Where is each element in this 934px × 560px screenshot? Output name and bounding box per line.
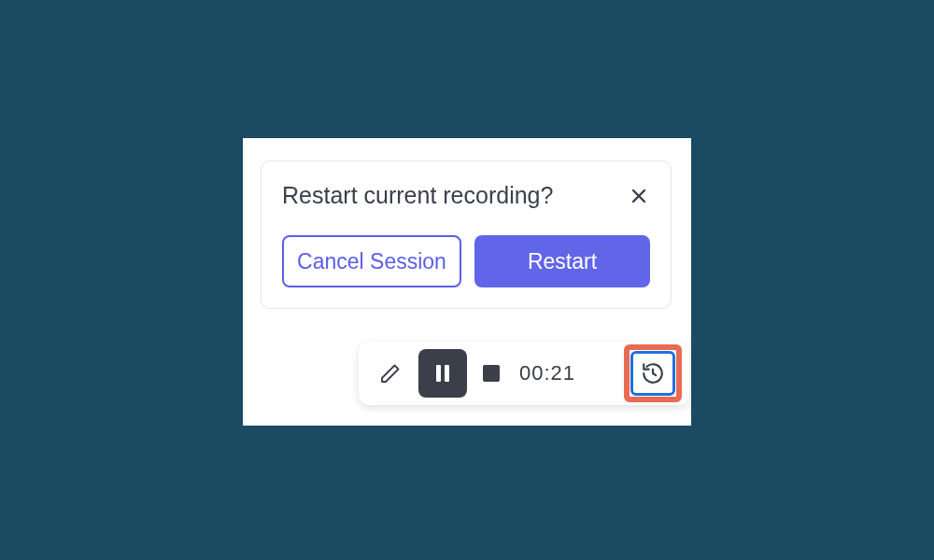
- pencil-icon[interactable]: [372, 355, 409, 392]
- close-icon[interactable]: [628, 185, 650, 207]
- stop-icon: [483, 365, 500, 382]
- callout-highlight: [624, 344, 682, 402]
- dialog-actions: Cancel Session Restart: [282, 235, 650, 287]
- recording-timer: 00:21: [519, 361, 575, 385]
- history-icon: [641, 361, 665, 385]
- restart-recording-button[interactable]: [630, 351, 675, 396]
- svg-line-5: [653, 373, 656, 375]
- popup-panel: Restart current recording? Cancel Sessio…: [243, 138, 691, 426]
- cancel-session-button[interactable]: Cancel Session: [282, 235, 461, 287]
- dialog-title: Restart current recording?: [282, 182, 553, 209]
- svg-rect-3: [445, 365, 449, 382]
- pause-button[interactable]: [418, 349, 467, 398]
- recording-toolbar: 00:21: [359, 342, 689, 405]
- restart-button[interactable]: Restart: [474, 235, 650, 287]
- dialog-header: Restart current recording?: [282, 182, 650, 209]
- svg-rect-2: [436, 365, 441, 382]
- restart-confirm-dialog: Restart current recording? Cancel Sessio…: [261, 161, 672, 309]
- stop-button[interactable]: [476, 358, 506, 388]
